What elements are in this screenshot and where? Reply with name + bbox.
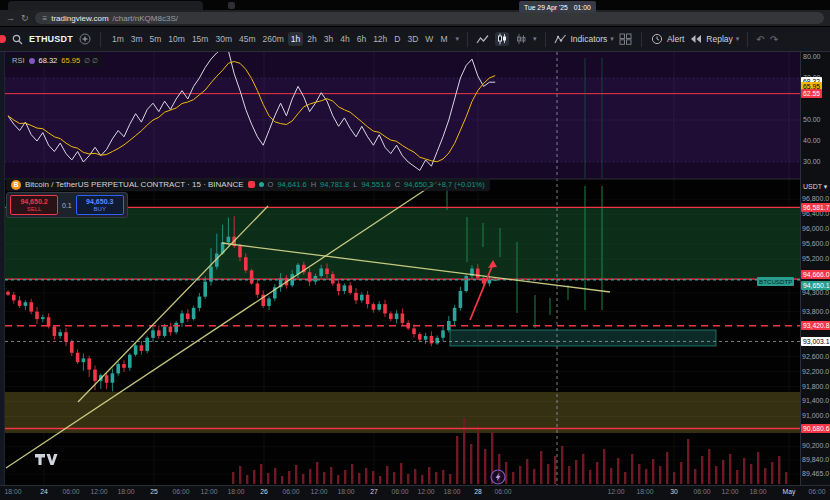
rsi-axis-tick: 40.00 [803, 137, 821, 144]
crosshair-time: 01:00 [574, 4, 591, 11]
crosshair-date: Tue 29 Apr '25 [524, 4, 568, 11]
price-axis-tick: 95,200.0 [802, 255, 829, 262]
buy-button[interactable]: 94,650.3 BUY [76, 195, 124, 215]
time-axis-tick: 18:00 [111, 488, 141, 495]
time-axis-tick: 06:00 [56, 488, 86, 495]
market-status-icon [248, 181, 255, 188]
time-axis-tick: 18:00 [0, 488, 28, 495]
data-status-dot-icon [259, 182, 264, 187]
symbol-title: Bitcoin / TetherUS PERPETUAL CONTRACT · … [25, 180, 244, 189]
ohlc-l-value: 94,551.6 [361, 180, 390, 189]
ohlc-c-value: 94,650.3 [404, 180, 433, 189]
time-axis-tick: 06:00 [276, 488, 306, 495]
price-axis-tick: 89,840.0 [802, 456, 829, 463]
time-axis-tick: 12:00 [304, 488, 334, 495]
ohlc-c-label: C [395, 180, 400, 189]
rsi-axis-tick: 50.00 [803, 116, 821, 123]
tradingview-logo[interactable] [34, 452, 60, 467]
symbol-price-tag: BTCUSDTP [757, 277, 794, 286]
price-axis-tick: 95,600.0 [802, 240, 829, 247]
ohlc-change: +8.7 (+0.01%) [437, 180, 485, 189]
time-axis-tick: 06:00 [802, 488, 830, 495]
price-axis-currency[interactable]: USDT ▾ [803, 183, 827, 191]
time-axis-tick: 18:00 [331, 488, 361, 495]
price-level-label: 94,666.0 [801, 270, 830, 279]
chart-canvas[interactable] [0, 0, 830, 500]
rsi-axis-tick: 30.00 [803, 158, 821, 165]
buy-price: 94,650.3 [86, 198, 113, 205]
time-axis-tick: 18:00 [630, 488, 660, 495]
time-axis-tick: 06:00 [687, 488, 717, 495]
time-axis-tick: 12:00 [715, 488, 745, 495]
rsi-source-dot-icon [29, 58, 35, 64]
time-axis-tick: 06:00 [488, 488, 518, 495]
rsi-label: RSI [12, 56, 25, 65]
rsi-ma-value: 65.95 [61, 56, 80, 65]
rsi-axis-tick: 80.00 [803, 53, 821, 60]
ohlc-o-value: 94,641.6 [277, 180, 306, 189]
consolidation-box [450, 330, 716, 346]
price-level-label: 94,650.1 [801, 281, 830, 290]
rsi-value: 68.32 [39, 56, 58, 65]
time-axis-tick: 06:00 [166, 488, 196, 495]
time-axis-tick: 12:00 [601, 488, 631, 495]
rsi-level-label: 62.55 [801, 89, 822, 98]
ohlc-l-label: L [353, 180, 357, 189]
ohlc-o-label: O [268, 180, 274, 189]
rsi-legend[interactable]: RSI 68.32 65.95 ∅ ∅ [7, 54, 103, 67]
time-axis-tick: 30 [659, 488, 689, 495]
crosshair-time-label: Tue 29 Apr '2501:00 [519, 1, 596, 13]
rsi-extra-values: ∅ ∅ [84, 57, 98, 65]
time-axis-tick: May [774, 488, 804, 495]
price-level-label: 96,581.7 [801, 203, 830, 212]
price-axis-tick: 96,800.0 [802, 195, 829, 202]
price-axis-tick: 92,200.0 [802, 368, 829, 375]
app-window: → ↻ ≡ tradingview.com/chart/nKQM8c3S/ ET… [0, 0, 830, 500]
quantity-field[interactable]: 0.1 [62, 202, 72, 209]
bitcoin-icon: B [11, 180, 21, 190]
sell-label: SELL [27, 206, 42, 212]
price-axis-tick: 90,200.0 [802, 442, 829, 449]
left-toolbar-strip [0, 52, 5, 500]
time-axis-tick: 26 [249, 488, 279, 495]
price-axis-tick: 93,800.0 [802, 308, 829, 315]
sell-price: 94,650.2 [20, 198, 47, 205]
price-axis-tick: 91,800.0 [802, 383, 829, 390]
time-axis-tick: 18:00 [743, 488, 773, 495]
time-axis-tick: 24 [29, 488, 59, 495]
price-axis-tick: 89,465.0 [802, 470, 829, 477]
price-level-label: 93,420.8 [801, 321, 830, 330]
time-axis-tick: 12:00 [194, 488, 224, 495]
order-panel: 94,650.2 SELL 0.1 94,650.3 BUY [6, 192, 128, 218]
ohlc-h-value: 94,781.8 [320, 180, 349, 189]
time-axis-tick: 12:00 [84, 488, 114, 495]
price-axis-tick: 92,600.0 [802, 353, 829, 360]
price-axis-tick: 91,400.0 [802, 397, 829, 404]
price-level-label: 90,680.6 [801, 424, 830, 433]
time-axis-tick: 25 [139, 488, 169, 495]
price-level-label: 93,003.1 [801, 337, 830, 346]
ohlc-h-label: H [311, 180, 316, 189]
sell-button[interactable]: 94,650.2 SELL [10, 195, 58, 215]
price-axis-tick: 91,000.0 [802, 412, 829, 419]
lightning-marker [491, 470, 505, 484]
symbol-title-row[interactable]: B Bitcoin / TetherUS PERPETUAL CONTRACT … [6, 178, 490, 191]
price-axis-tick: 96,000.0 [802, 225, 829, 232]
time-axis-tick: 18:00 [221, 488, 251, 495]
buy-label: BUY [94, 206, 106, 212]
